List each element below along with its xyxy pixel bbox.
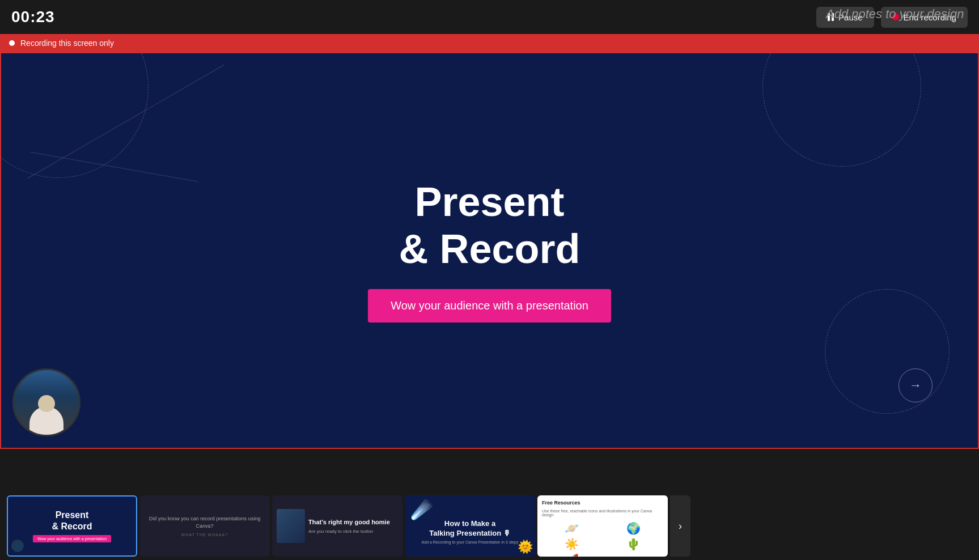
recording-banner: Recording this screen only (0, 34, 979, 52)
slide: Present & Record Wow your audience with … (1, 53, 978, 448)
thumbnail-1[interactable]: Present& Record Wow your audience with a… (7, 495, 137, 557)
deco-circle-3 (825, 289, 950, 414)
thumb-1-webcam (11, 540, 24, 552)
thumb-1-title: Present& Record (52, 510, 92, 531)
thumb-3-content: That's right my good homie Are you ready… (308, 518, 390, 533)
thumb-5-emoji-1: 🪐 (542, 521, 601, 535)
thumbnails-next-button[interactable]: › (670, 495, 690, 557)
slide-subtitle-button[interactable]: Wow your audience with a presentation (368, 289, 611, 323)
slide-title: Present & Record (399, 179, 580, 273)
deco-circle-1 (1, 53, 149, 178)
main-area: Recording this screen only Present & Rec… (0, 34, 979, 560)
recording-indicator-dot (9, 40, 15, 46)
thumb-4-sub: Add a Recording to your Canva Presentati… (422, 540, 519, 544)
arrow-right-icon: → (909, 378, 922, 393)
thumb-3-title: That's right my good homie (308, 518, 390, 526)
content-row: Present & Record Wow your audience with … (0, 52, 979, 492)
thumbnail-4[interactable]: ☄️ How to Make aTalking Presentation 🎙 A… (405, 495, 535, 557)
recording-banner-text: Recording this screen only (20, 39, 114, 48)
thumb-2-text: Did you know you can record presentation… (144, 515, 265, 529)
next-slide-button[interactable]: → (899, 368, 933, 402)
timer-display: 00:23 (11, 8, 55, 26)
notes-placeholder: Add notes to your design (826, 7, 964, 21)
thumb-1-subtitle: Wow your audience with a presentation (33, 535, 111, 542)
deco-line-2 (31, 152, 198, 182)
thumb-5-emoji-3: ☀️ (542, 537, 601, 551)
slide-wrapper: Present & Record Wow your audience with … (0, 52, 979, 449)
thumb-5-emoji-2: 🌍 (604, 521, 663, 535)
chevron-right-icon: › (679, 520, 682, 532)
thumb-5-sub: Use these free, reachable icons and illu… (542, 509, 663, 517)
webcam-person (14, 370, 79, 435)
webcam-overlay (12, 368, 80, 436)
notes-panel: Add notes to your design (826, 6, 968, 23)
thumb-3-sub: Are you ready to click the button (308, 529, 390, 534)
thumb-5-header: Free Resources (542, 500, 663, 506)
thumb-2-sub: WHAT THE WHAAA? (181, 533, 228, 537)
thumbnail-2[interactable]: Did you know you can record presentation… (139, 495, 270, 557)
thumbnails-bar: Present& Record Wow your audience with a… (0, 492, 979, 560)
thumb-5-emoji-6: 🪐 (604, 553, 663, 557)
thumb-4-title: How to Make aTalking Presentation 🎙 (429, 519, 511, 538)
header: 00:23 Pause End recording Add notes to y… (0, 0, 979, 34)
thumb-4-emoji: ☄️ (410, 499, 433, 520)
thumb-5-emoji-4: 🌵 (604, 537, 663, 551)
deco-circle-2 (762, 53, 921, 167)
thumb-4-sun-emoji: 🌞 (518, 540, 533, 554)
slide-title-line1: Present (399, 179, 580, 226)
thumb-3-image (277, 509, 305, 543)
thumbnail-3[interactable]: That's right my good homie Are you ready… (272, 495, 402, 557)
thumbnail-5[interactable]: Free Resources Use these free, reachable… (537, 495, 668, 557)
slide-title-line2: & Record (399, 226, 580, 273)
deco-line-1 (28, 65, 224, 179)
thumb-5-emoji-5: 🚀 (542, 553, 601, 557)
